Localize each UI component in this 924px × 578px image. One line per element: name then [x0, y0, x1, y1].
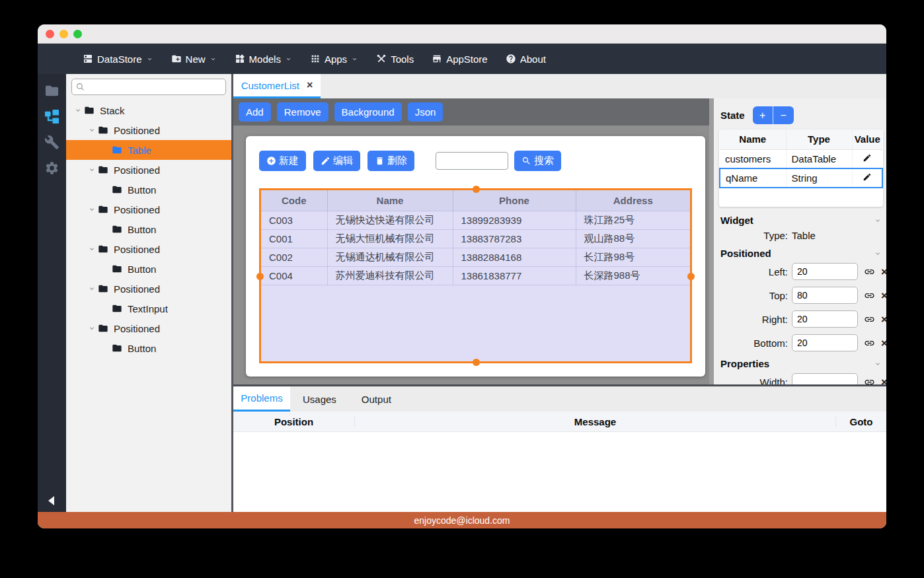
tree-item-label: Positioned	[114, 283, 160, 295]
chevron-down-icon[interactable]	[85, 205, 98, 213]
right-input[interactable]	[792, 310, 858, 328]
tree-item-button[interactable]: Button	[66, 259, 231, 279]
clear-value-icon[interactable]: ×	[881, 290, 886, 301]
minimize-window-button[interactable]	[59, 30, 68, 38]
widget-section-header[interactable]: Widget	[720, 215, 882, 226]
tab-usages[interactable]: Usages	[290, 386, 349, 412]
clear-value-icon[interactable]: ×	[881, 377, 886, 385]
search-button[interactable]: 搜索	[514, 151, 561, 171]
chevron-down-icon[interactable]	[85, 126, 98, 134]
folder-icon	[112, 343, 122, 353]
cell-address: 长深路988号	[576, 266, 690, 285]
tree-item-positioned[interactable]: Positioned	[66, 239, 231, 259]
top-input[interactable]	[792, 287, 858, 304]
bind-link-icon[interactable]	[864, 290, 875, 301]
tree-item-positioned[interactable]: Positioned	[66, 318, 231, 338]
gear-icon[interactable]	[44, 161, 59, 176]
main-area: CustomerList × Add Remove Background Jso…	[233, 74, 886, 512]
left-input[interactable]	[792, 263, 858, 280]
state-row-customers[interactable]: customers DataTable	[720, 149, 882, 168]
edit-value-button[interactable]	[852, 149, 882, 168]
field-right: Right: ×	[719, 310, 883, 328]
outline-tree-icon[interactable]	[44, 109, 59, 124]
add-button[interactable]: Add	[239, 102, 271, 122]
resize-handle-bottom[interactable]	[473, 359, 480, 366]
zoom-window-button[interactable]	[73, 30, 82, 38]
tab-problems[interactable]: Problems	[233, 386, 290, 412]
delete-record-button[interactable]: 删除	[367, 151, 414, 171]
remove-button[interactable]: Remove	[277, 102, 328, 122]
menu-item-models[interactable]: Models	[235, 54, 292, 65]
edit-value-button[interactable]	[852, 168, 882, 188]
tree-item-table-selected[interactable]: Table	[66, 140, 231, 160]
cell-code: C001	[261, 229, 327, 248]
editor-tabbar: CustomerList ×	[233, 74, 886, 98]
properties-section-title: Properties	[720, 358, 769, 369]
chevron-down-icon[interactable]	[71, 106, 84, 114]
cell-code: C002	[261, 248, 327, 266]
menu-item-new[interactable]: New	[171, 54, 217, 65]
query-input[interactable]	[436, 152, 508, 170]
widget-type-row: Type: Table	[719, 230, 883, 241]
bind-link-icon[interactable]	[864, 314, 875, 325]
add-state-button[interactable]: +	[753, 106, 773, 124]
tree-item-positioned[interactable]: Positioned	[66, 120, 231, 140]
clear-value-icon[interactable]: ×	[881, 314, 886, 325]
resize-handle-left[interactable]	[256, 273, 264, 280]
problems-empty-area	[233, 432, 886, 512]
json-button[interactable]: Json	[408, 102, 443, 122]
menu-item-apps[interactable]: Apps	[310, 54, 358, 65]
menu-item-datastore[interactable]: DataStore	[83, 54, 153, 65]
close-window-button[interactable]	[46, 30, 54, 38]
edit-record-button[interactable]: 编辑	[313, 151, 360, 171]
tree-item-button[interactable]: Button	[66, 180, 231, 199]
chevron-down-icon[interactable]	[85, 285, 98, 293]
tree-item-button[interactable]: Button	[66, 219, 231, 239]
design-canvas[interactable]: 新建 编辑 删除	[233, 126, 709, 384]
clear-value-icon[interactable]: ×	[881, 338, 886, 349]
tree-item-label: Button	[128, 184, 156, 196]
chevron-down-icon[interactable]	[85, 166, 98, 174]
wrench-icon[interactable]	[44, 135, 59, 150]
table-row[interactable]: C002 无锡通达机械有限公司 13882884168 长江路98号	[261, 248, 690, 266]
positioned-section-header[interactable]: Positioned	[720, 248, 882, 259]
collapse-sidebar-button[interactable]	[48, 496, 54, 505]
remove-state-button[interactable]: −	[773, 106, 794, 124]
state-row-qname-selected[interactable]: qName String	[720, 168, 882, 188]
tree-item-positioned[interactable]: Positioned	[66, 160, 231, 180]
bind-link-icon[interactable]	[864, 266, 875, 277]
table-widget-selection[interactable]: Code Name Phone Address C003	[259, 188, 692, 363]
background-button[interactable]: Background	[334, 102, 402, 122]
tree-item-stack[interactable]: Stack	[66, 100, 231, 120]
tree-item-positioned[interactable]: Positioned	[66, 279, 231, 299]
tree-item-textinput[interactable]: TextInput	[66, 299, 231, 318]
tree-item-button[interactable]: Button	[66, 338, 231, 358]
table-row[interactable]: C003 无锡快达快递有限公司 13899283939 珠江路25号	[261, 211, 690, 229]
chevron-down-icon[interactable]	[85, 324, 98, 332]
chevron-down-icon[interactable]	[85, 245, 98, 253]
clear-value-icon[interactable]: ×	[881, 266, 886, 277]
properties-section-header[interactable]: Properties	[720, 358, 882, 369]
tree-search-input[interactable]	[87, 82, 221, 92]
tree-item-positioned[interactable]: Positioned	[66, 199, 231, 219]
menu-item-tools[interactable]: Tools	[376, 54, 414, 65]
tab-customerlist[interactable]: CustomerList ×	[233, 74, 321, 98]
customer-table: Code Name Phone Address C003	[261, 190, 690, 285]
resize-handle-right[interactable]	[687, 273, 695, 280]
resize-handle-top[interactable]	[473, 186, 480, 193]
width-input[interactable]	[792, 373, 858, 384]
search-icon	[521, 156, 531, 166]
table-row[interactable]: C004 苏州爱迪科技有限公司 13861838777 长深路988号	[261, 266, 690, 285]
bottom-input[interactable]	[792, 334, 858, 351]
new-record-button[interactable]: 新建	[259, 151, 306, 171]
bind-link-icon[interactable]	[864, 377, 875, 385]
menu-item-appstore[interactable]: AppStore	[432, 54, 488, 65]
close-tab-icon[interactable]: ×	[307, 80, 313, 90]
column-header: Phone	[453, 190, 576, 211]
menu-item-about[interactable]: About	[506, 54, 546, 65]
tab-output[interactable]: Output	[349, 386, 404, 412]
folder-rail-icon[interactable]	[44, 83, 59, 98]
canvas-panel-gutter[interactable]	[709, 98, 714, 384]
bind-link-icon[interactable]	[864, 338, 875, 349]
table-row[interactable]: C001 无锡大恒机械有限公司 13883787283 观山路88号	[261, 229, 690, 248]
